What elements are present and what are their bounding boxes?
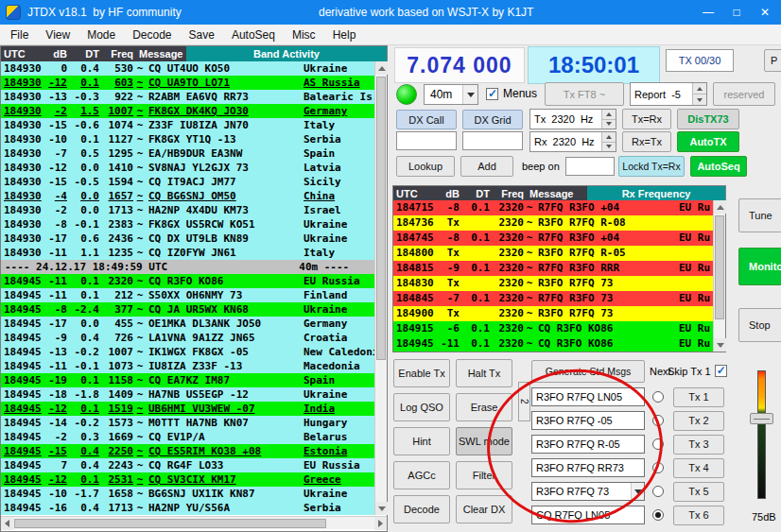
vscroll-thumb[interactable] [376,77,386,360]
band-activity-row[interactable]: 184945-8-2.4377~CQ JA UR5WX KN68Ukraine [1,302,374,317]
tx-message-field-3[interactable]: R3FO R7FQ R-05 [531,435,645,454]
band-activity-row[interactable]: 184930-8-0.12383~FK8GX US5RCW KO51Ukrain… [1,217,374,232]
tune-button[interactable]: Tune [738,198,781,232]
meter-slider-handle[interactable] [750,413,773,424]
scroll-left-icon[interactable] [1,517,13,530]
partial-button-p[interactable]: P [764,49,781,72]
button-swl-mode[interactable]: SWL mode [456,427,512,455]
tx-message-field-2[interactable]: R3FO R7FQ -05 [531,411,645,430]
next-radio-4[interactable] [652,462,664,473]
rx-frequency-row[interactable]: 184945-110.12320~CQ R3FO KO86EU Ru [393,336,713,352]
spin-up-icon[interactable] [693,83,706,94]
menu-help[interactable]: Help [324,26,365,44]
button-log-qso[interactable]: Log QSO [393,393,450,421]
skip-tx1-checkbox[interactable]: Skip Tx 1 [668,365,727,377]
button-clear-dx[interactable]: Clear DX [456,495,512,523]
tx-message-field-4[interactable]: R3FO R7FQ RR73 [531,458,645,477]
band-activity-row[interactable]: 184930-20.01713~HA2NP 4X4DU KM73Israel [1,203,374,217]
band-activity-row[interactable]: 184930-15-0.51594~CQ IT9ACJ JM77Sicily [1,175,374,189]
button-decode[interactable]: Decode [393,495,450,523]
band-activity-row[interactable]: 184930-120.01410~SV8NAJ YL2GJX 73Latvia [1,161,374,175]
spin-up-icon[interactable] [602,132,616,143]
band-activity-row[interactable]: 18493000.4530~CQ UT4UO KO50Ukraine [1,61,374,76]
spin-up-icon[interactable] [602,110,616,120]
tx-2-button[interactable]: Tx 2 [673,411,724,431]
add-button[interactable]: Add [460,156,513,177]
band-activity-row[interactable]: 184945-160.41713~HA2NP YU/S56ASerbia [1,501,374,515]
band-activity-row[interactable]: 184945-120.12531~CQ SV3CIX KM17Greece [1,472,374,487]
rx-frequency-row[interactable]: 184900Tx2320~R3FO R7FQ 73 [393,306,713,321]
reserved-button[interactable]: reserved [713,82,775,106]
band-activity-row[interactable]: 184930-100.11127~FK8GX YT1Q -13Serbia [1,132,374,146]
rx-eq-tx-button[interactable]: Rx=Tx [622,131,671,152]
next-radio-1[interactable] [652,391,664,403]
spin-down-icon[interactable] [602,120,616,129]
band-activity-row[interactable]: 184945-110.12320~CQ R3FO KO86EU Russia [1,274,374,288]
scroll-down-icon[interactable] [714,338,726,352]
rx-freq-spinner[interactable]: Rx 2320 Hz [529,131,616,152]
button-hint[interactable]: Hint [393,427,450,455]
band-activity-row[interactable]: 184945-120.11519~UB6HMI VU3WEW -07India [1,402,374,416]
scroll-down-icon[interactable] [375,502,388,515]
spin-down-icon[interactable] [602,143,616,152]
button-filter[interactable]: Filter [456,461,512,489]
skip-tx1-checkbox-box[interactable] [715,365,727,377]
rx-frequency-row[interactable]: 184736Tx2320~R3FO R7FQ R-08 [393,215,713,231]
menu-save[interactable]: Save [181,26,223,44]
band-activity-row[interactable]: 184945-14-0.21573~M0TTT HA7NB KN07Hungar… [1,416,374,430]
button-enable-tx[interactable]: Enable Tx [393,359,450,387]
next-radio-6[interactable] [652,509,664,521]
tx-freq-spin-arrows[interactable] [601,110,616,129]
generate-std-msgs-button[interactable]: Generate Std Msgs [531,360,645,383]
tx-mode-button[interactable]: Tx FT8 ~ [545,82,624,106]
tx-eq-rx-button[interactable]: Tx=Rx [622,109,671,129]
rx-frequency-vscroll[interactable] [713,200,725,352]
menus-checkbox-box[interactable] [486,88,498,100]
lockd-tx-eq-rx-button[interactable]: Lockd Tx=Rx [618,156,685,177]
menu-misc[interactable]: Misc [284,26,324,44]
band-activity-row[interactable]: 184930-120.1603~CQ UA9TO LO71AS Russia [1,76,374,90]
band-activity-row[interactable]: 184930-111.11235~CQ IZ0FYW JN61Italy [1,246,374,260]
tx-4-button[interactable]: Tx 4 [673,458,724,478]
rx-frequency-row[interactable]: 184830Tx2320~R3FO R7FQ 73 [393,276,713,291]
beep-input[interactable] [565,157,615,176]
chevron-down-icon[interactable] [631,483,644,500]
rx-freq-spin-arrows[interactable] [601,132,616,151]
band-activity-row[interactable]: 184930-15-0.61074~Z33F IU8IZA JN70Italy [1,118,374,132]
next-radio-5[interactable] [652,486,664,497]
scroll-right-icon[interactable] [374,517,387,530]
vscroll-thumb[interactable] [715,215,724,319]
tx-6-button[interactable]: Tx 6 [673,506,724,525]
band-select[interactable]: 40m [424,84,478,105]
rx-frequency-row[interactable]: 184815-90.12320~R7FQ R3FO RRREU Ru [393,261,713,276]
autotx-button[interactable]: AutoTX [677,131,739,152]
band-activity-hscroll[interactable] [1,516,387,529]
rx-frequency-row[interactable]: 184845-70.12320~R7FQ R3FO 73EU Ru [393,291,713,306]
band-activity-vscroll[interactable] [374,61,387,515]
band-activity-row[interactable]: 18494570.42243~CQ RG4F LO33EU Russia [1,458,374,472]
band-activity-row[interactable]: 184930-21.51007~FK8GX DK4KQ JO30Germany [1,104,374,118]
spin-down-icon[interactable] [693,94,706,105]
lookup-button[interactable]: Lookup [396,156,455,177]
maximize-button[interactable]: □ [722,0,751,25]
hscroll-thumb[interactable] [14,519,326,528]
menu-view[interactable]: View [37,26,78,44]
tx-message-field-1[interactable]: R3FO R7FQ LN05 [531,387,645,406]
band-activity-row[interactable]: 184945-13-0.21007~IK1WGX FK8GX -05New Ca… [1,345,374,359]
autoseq-button[interactable]: AutoSeq [690,156,747,177]
band-activity-row[interactable]: 184945-10-1.71658~BG6SNJ UX1IK KN87Ukrai… [1,487,374,501]
band-activity-row[interactable]: 184930-13-0.3922~R2ABM EA6VQ RR73Baleari… [1,90,374,104]
band-activity-row[interactable]: 184945-18-1.81409~HA7NB US5EGP -12Ukrain… [1,387,374,402]
dx-call-input[interactable] [396,131,457,150]
band-activity-row[interactable]: 184945-20.31669~CQ EV1P/ABelarus [1,430,374,444]
menu-file[interactable]: File [2,26,37,44]
button-erase[interactable]: Erase [456,393,512,421]
minimize-button[interactable]: — [694,0,722,25]
report-spin-arrows[interactable] [692,83,706,105]
button-agcc[interactable]: AGCc [393,461,450,489]
distx73-button[interactable]: DisTX73 [677,109,739,129]
menu-autoseq[interactable]: AutoSeq [223,26,284,44]
stop-button[interactable]: Stop [738,308,781,342]
band-activity-row[interactable]: 184930-40.01657~CQ BG6SNJ OM50China [1,189,374,203]
band-activity-row[interactable]: 184930-70.51295~EA/HB9DUR EA3NWSpain [1,146,374,161]
